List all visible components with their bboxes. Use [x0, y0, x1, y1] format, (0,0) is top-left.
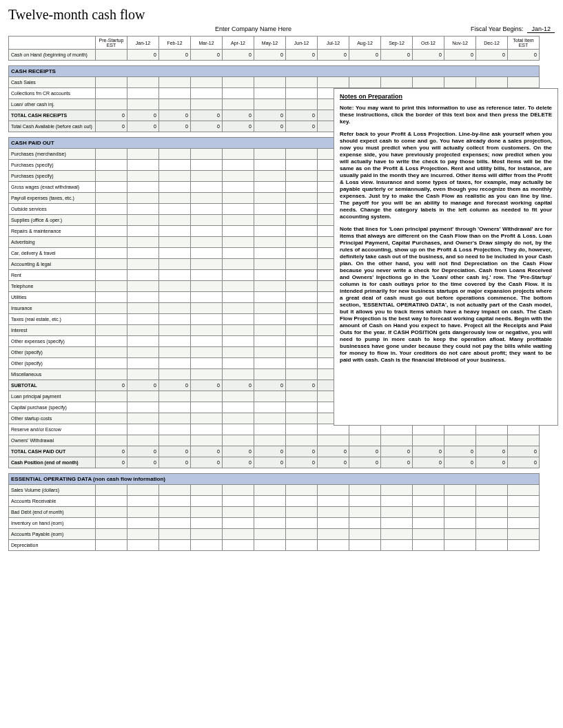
- cell[interactable]: [223, 540, 254, 551]
- cell[interactable]: [381, 435, 413, 446]
- cell[interactable]: [349, 529, 381, 540]
- cell[interactable]: [159, 325, 191, 336]
- cell[interactable]: [286, 336, 318, 347]
- cell[interactable]: [286, 325, 318, 336]
- cell[interactable]: [127, 226, 159, 237]
- cell[interactable]: [223, 529, 254, 540]
- cell[interactable]: [191, 424, 223, 435]
- cell[interactable]: [159, 391, 191, 402]
- cell[interactable]: [127, 99, 159, 110]
- cell[interactable]: [191, 507, 223, 518]
- cell[interactable]: [96, 226, 127, 237]
- cell[interactable]: [191, 204, 223, 215]
- cell[interactable]: [96, 435, 127, 446]
- cell[interactable]: [191, 99, 223, 110]
- cell[interactable]: [286, 413, 318, 424]
- cell[interactable]: [254, 259, 286, 270]
- cell[interactable]: 0: [96, 457, 127, 468]
- cell[interactable]: [96, 193, 127, 204]
- cell[interactable]: [254, 529, 286, 540]
- cell[interactable]: [286, 171, 318, 182]
- cell[interactable]: 0: [413, 50, 444, 61]
- cell[interactable]: [444, 496, 476, 507]
- cell[interactable]: [159, 369, 191, 380]
- cell[interactable]: [349, 507, 381, 518]
- cell[interactable]: 0: [254, 50, 286, 61]
- cell[interactable]: [286, 485, 318, 496]
- cell[interactable]: [223, 77, 254, 88]
- cell[interactable]: [223, 358, 254, 369]
- cell[interactable]: [254, 325, 286, 336]
- cell[interactable]: [254, 160, 286, 171]
- cell[interactable]: 0: [286, 50, 318, 61]
- cell[interactable]: 0: [191, 380, 223, 391]
- cell[interactable]: [159, 182, 191, 193]
- cell[interactable]: [127, 336, 159, 347]
- cell[interactable]: [191, 496, 223, 507]
- cell[interactable]: [286, 226, 318, 237]
- cell[interactable]: [349, 540, 381, 551]
- cell[interactable]: [254, 226, 286, 237]
- cell[interactable]: [223, 435, 254, 446]
- cell[interactable]: 0: [286, 446, 318, 457]
- cell[interactable]: 0: [349, 446, 381, 457]
- cell[interactable]: [223, 171, 254, 182]
- cell[interactable]: [286, 182, 318, 193]
- cell[interactable]: [381, 496, 413, 507]
- cell[interactable]: [96, 518, 127, 529]
- cell[interactable]: [476, 518, 508, 529]
- cell[interactable]: [127, 292, 159, 303]
- cell[interactable]: 0: [191, 121, 223, 132]
- cell[interactable]: [96, 540, 127, 551]
- cell[interactable]: [223, 281, 254, 292]
- cell[interactable]: [96, 507, 127, 518]
- cell[interactable]: [381, 77, 413, 88]
- cell[interactable]: [127, 204, 159, 215]
- cell[interactable]: [254, 358, 286, 369]
- cell[interactable]: 0: [159, 121, 191, 132]
- cell[interactable]: [254, 237, 286, 248]
- cell[interactable]: [254, 402, 286, 413]
- cell[interactable]: [286, 248, 318, 259]
- cell[interactable]: [286, 237, 318, 248]
- cell[interactable]: [223, 160, 254, 171]
- cell[interactable]: [127, 193, 159, 204]
- cell[interactable]: 0: [254, 446, 286, 457]
- cell[interactable]: [286, 149, 318, 160]
- cell[interactable]: [286, 518, 318, 529]
- cell[interactable]: [254, 292, 286, 303]
- cell[interactable]: [191, 402, 223, 413]
- cell[interactable]: [349, 518, 381, 529]
- cell[interactable]: 0: [191, 110, 223, 121]
- cell[interactable]: 0: [286, 457, 318, 468]
- cell[interactable]: [286, 77, 318, 88]
- cell[interactable]: [413, 496, 444, 507]
- cell[interactable]: [127, 259, 159, 270]
- cell[interactable]: 0: [191, 457, 223, 468]
- cell[interactable]: [318, 77, 349, 88]
- cell[interactable]: 0: [127, 446, 159, 457]
- cell[interactable]: 0: [444, 50, 476, 61]
- cell[interactable]: [223, 347, 254, 358]
- cell[interactable]: [286, 99, 318, 110]
- cell[interactable]: [349, 496, 381, 507]
- cell[interactable]: [191, 226, 223, 237]
- cell[interactable]: [191, 149, 223, 160]
- cell[interactable]: [508, 540, 540, 551]
- cell[interactable]: 0: [508, 50, 540, 61]
- cell[interactable]: 0: [286, 121, 318, 132]
- cell[interactable]: [191, 413, 223, 424]
- cell[interactable]: 0: [318, 50, 349, 61]
- cell[interactable]: [254, 496, 286, 507]
- cell[interactable]: 0: [254, 121, 286, 132]
- cell[interactable]: [318, 485, 349, 496]
- cell[interactable]: [191, 215, 223, 226]
- cell[interactable]: [127, 507, 159, 518]
- cell[interactable]: [96, 314, 127, 325]
- cell[interactable]: [191, 77, 223, 88]
- cell[interactable]: [349, 435, 381, 446]
- cell[interactable]: [444, 485, 476, 496]
- cell[interactable]: [96, 50, 127, 61]
- cell[interactable]: [223, 496, 254, 507]
- cell[interactable]: [223, 248, 254, 259]
